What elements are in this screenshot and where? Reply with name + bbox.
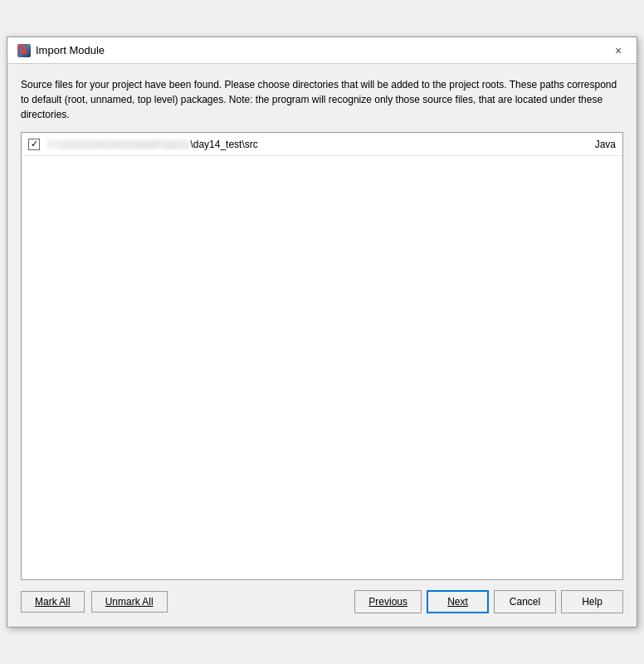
item-checkbox[interactable] bbox=[28, 139, 40, 150]
dialog-title: Import Module bbox=[36, 44, 105, 56]
previous-button[interactable]: Previous bbox=[354, 590, 422, 613]
item-path-visible: \day14_test\src bbox=[190, 139, 257, 150]
mark-all-button[interactable]: Mark All bbox=[21, 591, 85, 613]
item-path: C:\Users\username\IdeaProjects\day14_tes… bbox=[46, 139, 588, 150]
help-button[interactable]: Help bbox=[561, 590, 623, 613]
svg-marker-0 bbox=[20, 46, 28, 54]
item-type: Java bbox=[595, 139, 616, 150]
unmark-all-label: Unmark All bbox=[105, 596, 154, 608]
list-item[interactable]: C:\Users\username\IdeaProjects\day14_tes… bbox=[22, 133, 622, 156]
previous-label: Previous bbox=[368, 596, 407, 608]
dialog-icon bbox=[17, 44, 31, 57]
cancel-label: Cancel bbox=[510, 596, 540, 608]
help-label: Help bbox=[582, 596, 603, 608]
title-bar: Import Module × bbox=[7, 37, 637, 64]
item-path-blurred: C:\Users\username\IdeaProjects bbox=[46, 139, 190, 150]
close-button[interactable]: × bbox=[610, 42, 627, 59]
bottom-buttons: Mark All Unmark All Previous Next Cancel… bbox=[21, 590, 623, 613]
title-bar-left: Import Module bbox=[17, 44, 105, 57]
description-text: Source files for your project have been … bbox=[21, 77, 623, 122]
unmark-all-button[interactable]: Unmark All bbox=[91, 591, 168, 613]
source-roots-list[interactable]: C:\Users\username\IdeaProjects\day14_tes… bbox=[21, 132, 623, 580]
import-module-dialog: Import Module × Source files for your pr… bbox=[7, 37, 637, 627]
next-label: Next bbox=[447, 596, 468, 608]
next-button[interactable]: Next bbox=[427, 590, 489, 613]
cancel-button[interactable]: Cancel bbox=[494, 590, 556, 613]
mark-all-label: Mark All bbox=[35, 596, 71, 608]
bottom-left-buttons: Mark All Unmark All bbox=[21, 591, 168, 613]
bottom-right-buttons: Previous Next Cancel Help bbox=[354, 590, 623, 613]
dialog-body: Source files for your project have been … bbox=[7, 64, 637, 627]
